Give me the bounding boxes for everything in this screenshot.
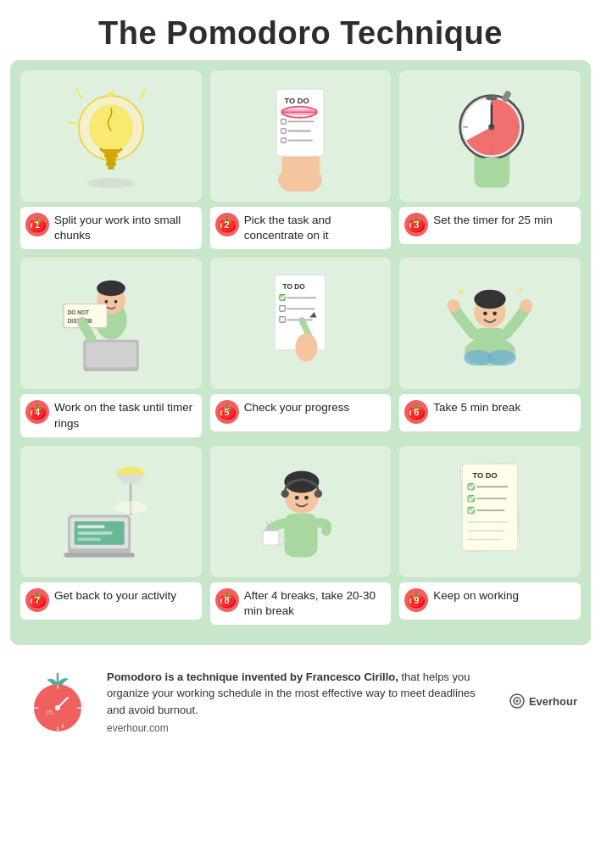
svg-rect-11 xyxy=(108,166,114,170)
step-7-cell: 7 Get back to your activity xyxy=(20,446,202,625)
step-9-cell: TO DO 9 xyxy=(399,446,581,625)
step-9-text: Keep on working xyxy=(433,588,519,604)
svg-rect-79 xyxy=(77,531,113,535)
svg-point-89 xyxy=(305,496,309,500)
footer-desc-text: Pomodoro is a technique invented by Fran… xyxy=(107,669,494,719)
step-7-label: 7 Get back to your activity xyxy=(20,582,202,620)
svg-text:TO DO: TO DO xyxy=(283,282,306,291)
step-3-badge: 3 xyxy=(404,213,428,236)
step-4-text: Work on the task until timer rings xyxy=(54,400,195,431)
step-6-text: Take 5 min break xyxy=(433,400,520,415)
step-6-badge: 6 xyxy=(404,400,428,424)
svg-rect-80 xyxy=(77,538,101,542)
step-4-cell: DO NOT DISTURB 4 Work on the task until … xyxy=(20,258,202,437)
step-7-illustration xyxy=(20,446,202,577)
svg-point-64 xyxy=(474,290,505,309)
step-3-label: 3 Set the timer for 25 min xyxy=(399,207,581,244)
step-4-illustration: DO NOT DISTURB xyxy=(20,258,202,389)
svg-point-87 xyxy=(314,490,322,498)
svg-point-41 xyxy=(97,281,125,297)
svg-rect-10 xyxy=(106,162,116,166)
svg-line-6 xyxy=(141,90,145,98)
row-2: DO NOT DISTURB 4 Work on the task until … xyxy=(20,258,581,437)
laptop-icon xyxy=(60,460,162,562)
step-5-cell: TO DO 5 xyxy=(210,258,392,437)
svg-point-85 xyxy=(285,471,320,493)
step-2-badge: 2 xyxy=(215,213,239,236)
svg-point-86 xyxy=(281,490,289,498)
step-6-label: 6 Take 5 min break xyxy=(399,394,581,431)
step-2-cell: TO DO 2 Pick the task and con xyxy=(210,70,392,249)
step-3-text: Set the timer for 25 min xyxy=(433,213,552,228)
svg-text:✦: ✦ xyxy=(457,287,465,298)
svg-text:25: 25 xyxy=(46,709,53,715)
tomato-logo-icon: 25 4 xyxy=(24,667,92,735)
step-7-text: Get back to your activity xyxy=(54,588,176,604)
svg-point-8 xyxy=(109,92,114,97)
coffee-break-icon xyxy=(253,452,347,570)
svg-rect-83 xyxy=(264,531,280,546)
step-8-badge: 8 xyxy=(215,588,239,612)
step-9-label: 9 Keep on working xyxy=(399,582,581,620)
svg-text:✦: ✦ xyxy=(517,286,524,294)
svg-rect-81 xyxy=(64,553,134,558)
svg-text:TO DO: TO DO xyxy=(473,471,498,480)
svg-point-65 xyxy=(483,311,487,315)
footer-url: everhour.com xyxy=(107,722,494,734)
svg-point-62 xyxy=(520,299,533,312)
step-9-badge: 9 xyxy=(404,588,428,612)
todo-list-icon: TO DO xyxy=(253,81,347,192)
svg-point-104 xyxy=(55,705,60,710)
step-1-badge: 1 xyxy=(25,213,49,236)
step-5-badge: 5 xyxy=(215,400,239,424)
step-9-illustration: TO DO xyxy=(399,446,581,577)
svg-rect-82 xyxy=(285,514,318,557)
step-8-illustration xyxy=(210,446,392,577)
svg-point-46 xyxy=(104,300,108,303)
lightbulb-icon xyxy=(69,81,153,192)
main-content: 1 Split your work into small chunks TO D… xyxy=(10,60,591,645)
svg-rect-30 xyxy=(487,95,498,100)
svg-line-7 xyxy=(69,122,77,124)
svg-point-36 xyxy=(475,157,509,179)
svg-point-68 xyxy=(487,350,516,366)
step-5-illustration: TO DO xyxy=(210,258,392,389)
step-1-text: Split your work into small chunks xyxy=(54,213,195,243)
footer-brand: Everhour xyxy=(509,693,577,709)
step-5-text: Check your progress xyxy=(244,400,350,415)
svg-point-61 xyxy=(448,299,460,312)
svg-point-57 xyxy=(296,333,318,361)
step-6-illustration: ✦ ✦ xyxy=(399,258,581,389)
step-7-badge: 7 xyxy=(25,588,49,612)
footer-desc-bold: Pomodoro is a technique invented by Fran… xyxy=(107,670,398,683)
svg-point-9 xyxy=(87,178,135,188)
checklist-icon: TO DO xyxy=(258,269,342,379)
svg-rect-78 xyxy=(77,526,104,529)
svg-rect-3 xyxy=(104,153,118,158)
everhour-brand-icon xyxy=(509,693,525,709)
step-1-cell: 1 Split your work into small chunks xyxy=(20,70,202,249)
svg-rect-2 xyxy=(103,149,120,153)
footer-description: Pomodoro is a technique invented by Fran… xyxy=(107,669,494,735)
brand-label: Everhour xyxy=(529,695,577,708)
svg-rect-38 xyxy=(86,342,136,367)
svg-point-109 xyxy=(515,700,518,703)
step-6-cell: ✦ ✦ 6 Take 5 min break xyxy=(399,258,581,437)
step-1-illustration xyxy=(20,70,202,202)
do-not-disturb-icon: DO NOT DISTURB xyxy=(56,264,166,383)
svg-point-47 xyxy=(114,300,118,303)
step-1-label: 1 Split your work into small chunks xyxy=(20,207,202,249)
step-2-illustration: TO DO xyxy=(210,70,392,202)
svg-point-88 xyxy=(295,496,299,500)
svg-line-5 xyxy=(77,90,81,98)
svg-point-74 xyxy=(114,501,146,514)
todo-full-icon: TO DO xyxy=(448,456,532,566)
svg-text:4: 4 xyxy=(61,723,64,729)
step-2-text: Pick the task and concentrate on it xyxy=(244,213,385,243)
svg-marker-73 xyxy=(116,475,144,484)
step-3-illustration xyxy=(399,70,581,202)
svg-text:DO NOT: DO NOT xyxy=(67,309,88,315)
step-5-label: 5 Check your progress xyxy=(210,394,392,431)
row-3: 7 Get back to your activity xyxy=(20,446,581,625)
footer: 25 4 Pomodoro is a technique invented by… xyxy=(10,655,591,745)
